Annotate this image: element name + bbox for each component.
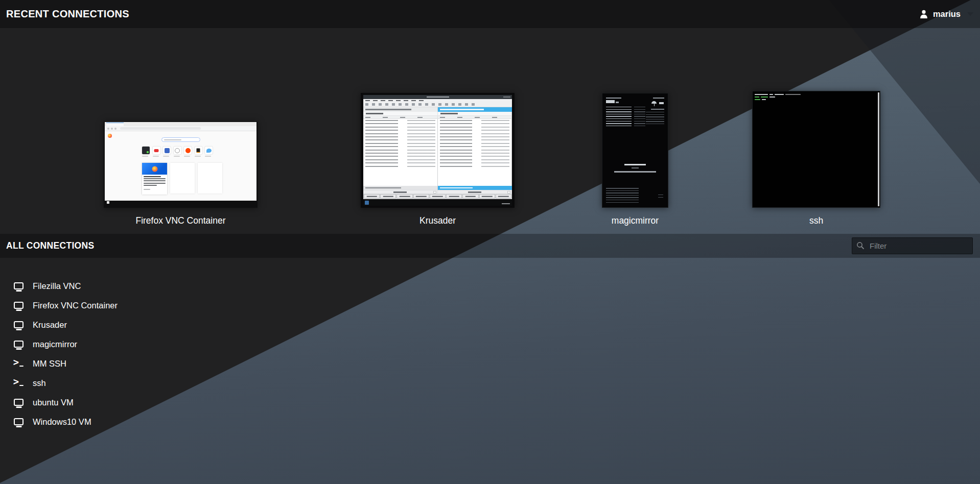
shortcut-twitter-icon xyxy=(205,147,213,154)
connection-label: Windows10 VM xyxy=(33,417,91,427)
search-icon xyxy=(856,241,865,252)
all-connections-list: Filezilla VNC Firefox VNC Container Krus… xyxy=(0,276,317,431)
ssh-terminal-thumbnail xyxy=(752,91,880,208)
all-connections-title: ALL CONNECTIONS xyxy=(6,240,94,251)
connection-item[interactable]: Krusader xyxy=(0,315,317,334)
connection-item[interactable]: Windows10 VM xyxy=(0,412,317,431)
connection-label: MM SSH xyxy=(33,359,66,369)
recent-connection-magicmirror[interactable]: magicmirror xyxy=(602,93,668,226)
shortcut-youtube-icon xyxy=(153,147,160,154)
desktop-icon xyxy=(14,341,24,348)
shortcut-reddit-icon xyxy=(184,147,192,154)
connection-label: Firefox VNC Container xyxy=(33,301,118,310)
terminal-icon xyxy=(14,379,24,387)
desktop-icon xyxy=(14,418,24,425)
filter-box xyxy=(852,237,973,254)
weather-umbrella-icon xyxy=(651,101,657,104)
recent-connection-ssh[interactable]: ssh xyxy=(752,91,880,226)
connection-label: Krusader xyxy=(33,320,67,330)
connection-item[interactable]: Filezilla VNC xyxy=(0,276,317,296)
recent-connection-firefox-vnc[interactable]: Firefox VNC Container xyxy=(104,122,258,226)
recent-connection-caption: ssh xyxy=(752,215,880,226)
connection-item[interactable]: ubuntu VM xyxy=(0,393,317,412)
header-bar: RECENT CONNECTIONS marius xyxy=(0,0,980,28)
recent-connection-caption: Firefox VNC Container xyxy=(104,215,258,226)
connection-label: magicmirror xyxy=(33,340,77,349)
connection-item[interactable]: magicmirror xyxy=(0,334,317,354)
desktop-icon xyxy=(14,321,24,328)
person-icon xyxy=(919,9,928,19)
desktop-icon xyxy=(14,282,24,289)
pocket-card xyxy=(142,163,167,195)
recent-connection-caption: magicmirror xyxy=(602,215,668,226)
desktop-icon xyxy=(14,399,24,406)
desktop-icon xyxy=(14,302,24,309)
magicmirror-thumbnail xyxy=(602,93,668,208)
connection-label: Filezilla VNC xyxy=(33,281,81,291)
terminal-scrollbar xyxy=(878,92,879,206)
guacamole-home-screen: RECENT CONNECTIONS marius xyxy=(0,0,980,484)
username: marius xyxy=(933,9,961,19)
connection-item[interactable]: Firefox VNC Container xyxy=(0,296,317,315)
recent-connections-section: Firefox VNC Container xyxy=(0,28,980,234)
page-title: RECENT CONNECTIONS xyxy=(6,8,129,20)
shortcut-wikipedia-icon xyxy=(174,147,181,154)
connection-label: ubuntu VM xyxy=(33,398,74,407)
firefox-thumbnail xyxy=(104,122,258,208)
chevron-down-icon xyxy=(967,12,973,16)
shortcut-amazon-icon xyxy=(195,147,202,154)
filter-input[interactable] xyxy=(852,237,973,254)
shortcut-terminal-icon xyxy=(142,147,150,154)
shortcut-facebook-icon xyxy=(163,147,171,154)
firefox-logo-icon xyxy=(108,134,112,138)
terminal-icon xyxy=(14,359,24,368)
recent-connection-krusader[interactable]: Krusader xyxy=(361,93,515,226)
krusader-thumbnail xyxy=(361,93,515,208)
recent-connection-caption: Krusader xyxy=(361,215,515,226)
connection-label: ssh xyxy=(33,378,46,388)
user-menu[interactable]: marius xyxy=(919,9,973,19)
connection-item[interactable]: MM SSH xyxy=(0,354,317,373)
all-connections-bar: ALL CONNECTIONS xyxy=(0,234,980,258)
connection-item[interactable]: ssh xyxy=(0,373,317,393)
